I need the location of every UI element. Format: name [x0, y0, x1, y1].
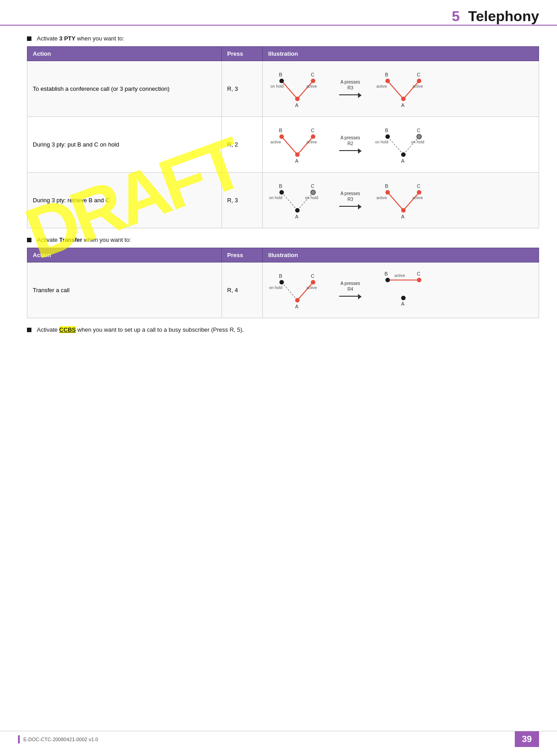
svg-point-48 — [295, 208, 300, 213]
bullet-transfer: Activate Transfer when you want to: — [27, 236, 539, 243]
svg-text:A: A — [401, 214, 405, 219]
svg-text:B: B — [385, 271, 388, 276]
page-number: 39 — [515, 731, 539, 747]
chapter-name: Telephony — [468, 8, 539, 24]
svg-point-12 — [385, 79, 390, 83]
svg-text:B: B — [385, 72, 388, 77]
svg-point-32 — [385, 134, 390, 139]
svg-text:C: C — [417, 72, 420, 77]
press-cell: R, 4 — [221, 262, 262, 318]
svg-text:C: C — [311, 72, 314, 77]
diag-transfer-left: B on hold C active A — [268, 269, 327, 311]
chapter-num: 5 — [452, 8, 460, 24]
bullet-ccbs: Activate CCBS when you want to set up a … — [27, 326, 539, 333]
svg-line-61 — [297, 282, 313, 300]
svg-line-11 — [403, 81, 419, 99]
svg-line-51 — [403, 192, 419, 210]
svg-line-20 — [282, 137, 297, 155]
svg-point-8 — [295, 97, 300, 101]
page-footer: E-DOC-CTC-20080421-0002 v1.0 39 — [0, 731, 557, 747]
svg-point-18 — [401, 97, 406, 101]
svg-point-2 — [279, 79, 284, 83]
svg-point-62 — [279, 280, 284, 285]
action-cell: To establish a conference call (or 3 par… — [27, 61, 222, 117]
svg-text:A: A — [295, 102, 299, 108]
footer-left: E-DOC-CTC-20080421-0002 v1.0 — [18, 735, 98, 743]
svg-text:B: B — [279, 273, 282, 279]
svg-point-76 — [401, 296, 406, 300]
svg-point-35 — [417, 134, 421, 139]
svg-line-0 — [282, 81, 297, 99]
arrow-2: A presses R2 — [335, 135, 366, 154]
main-content: Activate 3 PTY when you want to: Action … — [27, 27, 539, 338]
svg-line-40 — [282, 192, 297, 210]
svg-text:on hold: on hold — [305, 196, 318, 200]
illus-wrapper: B on hold C active A A presses — [268, 65, 533, 113]
svg-point-52 — [385, 190, 390, 195]
bullet-pty-text: Activate 3 PTY when you want to: — [37, 35, 124, 42]
svg-text:active: active — [412, 84, 423, 89]
th-press: Press — [221, 248, 262, 262]
svg-line-31 — [403, 137, 419, 155]
action-cell: During 3 pty: retrieve B and C — [27, 173, 222, 228]
diag-right-2: B on hold C on hold A — [374, 123, 433, 166]
svg-text:on hold: on hold — [270, 84, 284, 89]
svg-line-50 — [388, 192, 403, 210]
svg-point-65 — [311, 280, 315, 285]
illus-cell: B on hold C active A A presses — [262, 61, 539, 117]
svg-text:on hold: on hold — [411, 140, 424, 144]
press-cell: R, 2 — [221, 117, 262, 173]
svg-point-5 — [311, 79, 315, 83]
svg-text:on hold: on hold — [269, 285, 283, 290]
illus-wrapper: B on hold C active A A presses R4 — [268, 266, 533, 314]
arrow-right-icon — [339, 92, 362, 98]
th-press: Press — [221, 47, 262, 61]
bullet-ccbs-text: Activate CCBS when you want to set up a … — [37, 326, 244, 333]
svg-point-22 — [279, 134, 284, 139]
svg-point-74 — [417, 278, 421, 282]
illus-cell: B active C active A A presses R2 — [262, 117, 539, 173]
svg-text:C: C — [311, 183, 314, 189]
ccbs-label: CCBS — [59, 326, 76, 333]
diag-right-3: B active C active A — [374, 179, 433, 222]
pty-table: Action Press Illustration To establish a… — [27, 46, 539, 228]
bullet-icon — [27, 328, 31, 332]
svg-line-41 — [297, 192, 313, 210]
illus-cell: B on hold C active A A presses R4 — [262, 262, 539, 318]
press-cell: R, 3 — [221, 61, 262, 117]
svg-text:A: A — [401, 158, 405, 164]
svg-text:C: C — [417, 271, 420, 276]
arrow-transfer: A presses R4 — [335, 281, 366, 300]
svg-text:B: B — [279, 128, 282, 133]
illus-wrapper: B on hold C on hold A A presses R3 — [268, 176, 533, 224]
svg-text:active: active — [376, 84, 387, 89]
svg-text:A: A — [401, 102, 405, 108]
doc-id: E-DOC-CTC-20080421-0002 v1.0 — [23, 737, 98, 742]
table-row: During 3 pty: put B and C on hold R, 2 B… — [27, 117, 539, 173]
diag-left-1: B on hold C active A — [268, 67, 327, 110]
th-illus: Illustration — [262, 47, 539, 61]
svg-line-30 — [388, 137, 403, 155]
th-action: Action — [27, 47, 222, 61]
illus-cell: B on hold C on hold A A presses R3 — [262, 173, 539, 228]
svg-text:on hold: on hold — [269, 196, 283, 200]
svg-text:active: active — [412, 196, 423, 200]
arrow-3: A presses R3 — [335, 191, 366, 210]
svg-point-55 — [417, 190, 421, 195]
diag-right-1: B active C active A — [374, 67, 433, 110]
svg-text:B: B — [279, 72, 282, 77]
footer-bar — [18, 735, 20, 743]
table-row: Transfer a call R, 4 B on hold C — [27, 262, 539, 318]
transfer-label: Transfer — [59, 236, 82, 243]
svg-text:A: A — [401, 301, 405, 307]
svg-point-45 — [311, 190, 315, 195]
transfer-table: Action Press Illustration Transfer a cal… — [27, 248, 539, 318]
svg-text:A: A — [295, 304, 299, 309]
bullet-icon — [27, 238, 31, 242]
bullet-pty: Activate 3 PTY when you want to: — [27, 35, 539, 42]
svg-text:C: C — [311, 128, 314, 133]
svg-text:B: B — [385, 183, 388, 189]
svg-point-15 — [417, 79, 421, 83]
pty-label: 3 PTY — [59, 35, 75, 42]
arrow-right-icon — [339, 294, 362, 300]
